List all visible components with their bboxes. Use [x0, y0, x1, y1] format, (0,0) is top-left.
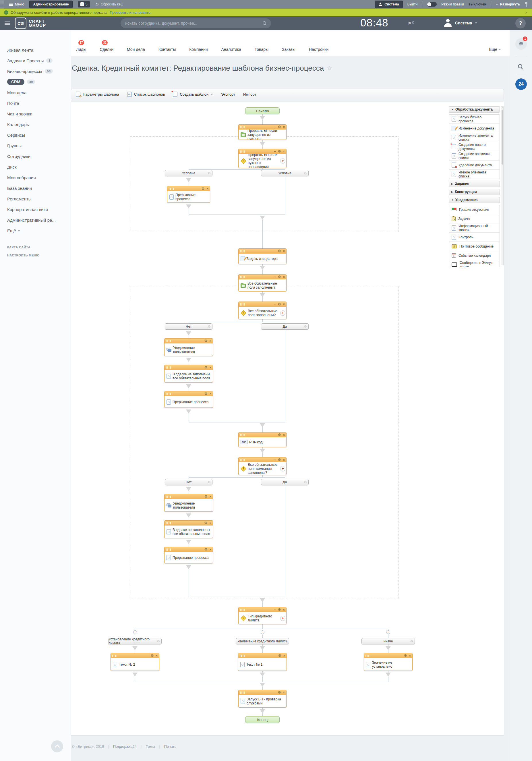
- company-logo[interactable]: CG CRAFTGROUP: [15, 18, 46, 29]
- close-icon[interactable]: ×: [409, 654, 411, 657]
- settings-gear-icon[interactable]: ⚙: [304, 480, 307, 484]
- flow-node-start-bp-check[interactable]: ⚙× Запуск БП - проверка службами: [238, 690, 286, 708]
- add-branch-icon[interactable]: +: [280, 616, 285, 621]
- flow-node-required-fields[interactable]: −⚙× Все обязательные поля заполнены?: [238, 274, 286, 291]
- settings-gear-icon[interactable]: ⚙: [157, 639, 160, 643]
- flow-node-text-2[interactable]: ⚙× Текст № 2: [110, 653, 159, 671]
- settings-gear-icon[interactable]: ⚙: [404, 654, 407, 657]
- add-branch-icon[interactable]: +: [280, 158, 285, 163]
- sitemap-link[interactable]: КАРТА САЙТА: [7, 246, 71, 249]
- close-icon[interactable]: ×: [283, 654, 285, 657]
- close-icon[interactable]: ×: [283, 458, 285, 461]
- flow-node-text-1[interactable]: ⚙× Текст № 1: [238, 653, 287, 671]
- configure-menu-link[interactable]: НАСТРОИТЬ МЕНЮ: [7, 254, 71, 257]
- flow-node-php-code[interactable]: ⚙× PHP код: [238, 432, 286, 447]
- flow-node-company-fields-condition[interactable]: −⚙× Все обязательные поля компании запол…: [238, 457, 286, 475]
- start-node[interactable]: Начало: [245, 107, 280, 114]
- drag-handle-icon[interactable]: [166, 340, 171, 342]
- close-icon[interactable]: ×: [209, 521, 211, 525]
- minimize-icon[interactable]: −: [274, 275, 276, 278]
- support-link[interactable]: Поддержка24: [113, 744, 137, 749]
- palette-item-calendar-event[interactable]: Событие календаря: [449, 251, 500, 260]
- settings-gear-icon[interactable]: ⚙: [278, 608, 281, 612]
- settings-gear-icon[interactable]: ⚙: [278, 303, 281, 306]
- minimize-icon[interactable]: −: [274, 458, 276, 461]
- palette-item-feed-message[interactable]: Сообщение в Живую ленту: [449, 260, 500, 267]
- branch-set-credit-limit[interactable]: Установление кредитного лимита⚙: [108, 638, 162, 644]
- drag-handle-icon[interactable]: [169, 188, 174, 190]
- import-button[interactable]: Импорт: [243, 92, 256, 96]
- flow-node-deal-missing-fields[interactable]: ⚙× В сделке не заполнены все обязательны…: [164, 365, 213, 382]
- branch-condition-right[interactable]: Условие⚙: [261, 170, 309, 176]
- sidebar-item-tasks[interactable]: Задачи и Проекты8: [7, 57, 71, 64]
- close-icon[interactable]: ×: [209, 366, 211, 369]
- settings-gear-icon[interactable]: ⚙: [278, 126, 281, 129]
- global-search[interactable]: [121, 18, 271, 28]
- settings-gear-icon[interactable]: ⚙: [151, 654, 154, 657]
- close-icon[interactable]: ×: [209, 495, 211, 498]
- settings-gear-icon[interactable]: ⚙: [278, 458, 281, 461]
- flow-node-user-notification[interactable]: ⚙× Уведомление пользователя: [164, 338, 213, 356]
- sidebar-item-drive[interactable]: Диск: [7, 164, 71, 170]
- drag-handle-icon[interactable]: [240, 126, 245, 128]
- flow-node-interrupt-bp[interactable]: −⚙× Прервать БП если запущен не из нужно…: [238, 124, 286, 140]
- tab-deals[interactable]: 32Сделки: [100, 47, 113, 52]
- drag-handle-icon[interactable]: [240, 459, 245, 461]
- sidebar-item-live-feed[interactable]: Живая лента: [7, 47, 71, 53]
- close-icon[interactable]: ×: [209, 392, 211, 395]
- palette-section-constructs[interactable]: ▶Конструкции: [449, 189, 500, 195]
- logout-button[interactable]: Выйти: [407, 2, 418, 6]
- palette-item-info-call[interactable]: Информационный звонок: [449, 223, 500, 233]
- info-counter-chip[interactable]: i5: [78, 1, 90, 8]
- scroll-to-top-button[interactable]: [51, 740, 63, 752]
- search-icon[interactable]: [263, 21, 267, 26]
- sidebar-item-knowledge[interactable]: База знаний: [7, 185, 71, 191]
- close-icon[interactable]: ×: [209, 548, 211, 551]
- palette-item-edit-list-element[interactable]: Изменение элемента списка: [449, 133, 500, 142]
- settings-gear-icon[interactable]: ⚙: [278, 150, 281, 153]
- settings-gear-icon[interactable]: ⚙: [205, 495, 207, 498]
- close-icon[interactable]: ×: [283, 275, 285, 278]
- settings-gear-icon[interactable]: ⚙: [278, 250, 281, 253]
- flow-node-value-not-set[interactable]: ⚙× Значение не установлено: [364, 653, 413, 671]
- settings-gear-icon[interactable]: ⚙: [304, 171, 307, 175]
- drag-handle-icon[interactable]: [240, 609, 245, 611]
- minimize-icon[interactable]: −: [274, 126, 276, 129]
- expand-button[interactable]: Развернуть: [496, 2, 520, 6]
- minimize-icon[interactable]: −: [274, 150, 276, 153]
- drag-handle-icon[interactable]: [240, 150, 245, 153]
- sidebar-item-crm[interactable]: CRM49: [7, 79, 71, 85]
- palette-item-read-list-element[interactable]: Чтение элемента списка: [449, 170, 500, 179]
- tab-more[interactable]: Еще: [489, 47, 501, 52]
- favorite-star-icon[interactable]: ☆: [327, 65, 332, 72]
- sidebar-item-bizproc[interactable]: Бизнес-процессы56: [7, 68, 71, 74]
- create-template-button[interactable]: Создать шаблон: [173, 91, 213, 97]
- sidebar-item-admin[interactable]: Административный ра...: [7, 217, 71, 223]
- scroll-up-icon[interactable]: ▲: [501, 107, 503, 109]
- flow-node-interrupt-bp-condition[interactable]: −⚙× Прервать БП если запущен не из нужно…: [238, 149, 286, 168]
- notifications-button[interactable]: 1: [515, 38, 527, 50]
- palette-item-absence-chart[interactable]: График отсутствия: [449, 205, 500, 214]
- settings-gear-icon[interactable]: ⚙: [205, 366, 207, 369]
- drag-handle-icon[interactable]: [240, 691, 245, 694]
- branch-yes[interactable]: Да⚙: [261, 479, 309, 485]
- close-icon[interactable]: ×: [283, 433, 285, 437]
- branch-increase-credit-limit[interactable]: Увеличение кредитного лимита⚙: [236, 638, 289, 644]
- settings-gear-icon[interactable]: ⚙: [278, 654, 281, 657]
- drag-handle-icon[interactable]: [166, 549, 171, 551]
- settings-gear-icon[interactable]: ⚙: [278, 433, 281, 437]
- remove-branch-icon[interactable]: −: [261, 630, 265, 634]
- remove-branch-icon[interactable]: −: [133, 630, 137, 634]
- flow-node-process-interrupt[interactable]: ⚙× Прерывание процесса: [164, 391, 213, 408]
- palette-item-task[interactable]: Задача: [449, 214, 500, 223]
- close-icon[interactable]: ×: [283, 303, 285, 306]
- pin-icon[interactable]: [524, 2, 528, 7]
- template-params-button[interactable]: Параметры шаблона: [76, 91, 119, 97]
- tab-settings[interactable]: Настройки: [309, 47, 329, 52]
- flag-counter[interactable]: ⚑0: [408, 21, 414, 26]
- drag-handle-icon[interactable]: [166, 367, 171, 369]
- settings-gear-icon[interactable]: ⚙: [278, 275, 281, 278]
- drag-handle-icon[interactable]: [366, 655, 370, 657]
- settings-gear-icon[interactable]: ⚙: [205, 339, 207, 343]
- print-link[interactable]: Печать: [164, 744, 177, 749]
